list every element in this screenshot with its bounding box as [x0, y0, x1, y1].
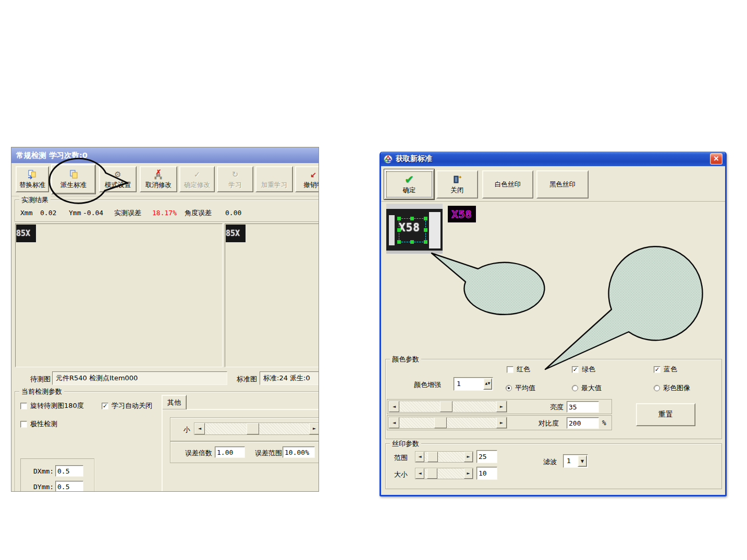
range-scrollbar[interactable]: ◄ ►	[415, 451, 473, 463]
dx-label: DXmm:	[33, 467, 54, 475]
derive-standard-button[interactable]: 派生标准	[51, 164, 96, 194]
red-checkbox[interactable]: 红色	[507, 365, 530, 374]
derive-standard-icon	[68, 169, 79, 180]
size-scrollbar-thumb[interactable]	[247, 423, 259, 434]
weighted-learn-button[interactable]: 加重学习	[255, 166, 293, 192]
cancel-cross-icon: ✗▞▚	[155, 169, 162, 180]
edge-detect-thumbnail: X58	[448, 206, 476, 222]
blue-checkbox[interactable]: 蓝色	[654, 365, 677, 374]
black-silkscreen-button[interactable]: 黑色丝印	[536, 170, 589, 198]
contrast-scrollbar[interactable]: ◄ ►	[388, 417, 507, 429]
test-image-label: 待测图	[30, 375, 51, 384]
silk-size-scrollbar-right-arrow[interactable]: ►	[464, 468, 473, 479]
green-checkbox-box	[572, 366, 579, 373]
dx-input[interactable]	[55, 465, 83, 477]
contrast-scrollbar-track[interactable]	[399, 417, 496, 428]
size-scrollbar[interactable]: ◄ ►	[194, 422, 319, 435]
range-scrollbar-right-arrow[interactable]: ►	[464, 452, 473, 462]
polarity-checkbox[interactable]: 极性检测	[20, 419, 57, 429]
silk-size-scrollbar-track[interactable]	[424, 468, 464, 479]
dialog-titlebar[interactable]: 获取新标准 ✕	[381, 152, 725, 166]
ok-button[interactable]: ✔ 确定	[384, 169, 434, 200]
standard-count-field[interactable]: 标准:24 派生:0	[260, 371, 319, 385]
white-silkscreen-button[interactable]: 白色丝印	[482, 170, 533, 198]
chip-photo[interactable]: X58	[386, 204, 443, 254]
brightness-label: 亮度	[550, 403, 564, 412]
refresh-arrow-icon: ↻	[232, 169, 239, 180]
undo-arrow-icon: ↙	[310, 169, 316, 180]
filter-label: 滤波	[543, 457, 557, 467]
color-image-radio[interactable]: 彩色图像	[654, 383, 690, 393]
contrast-scrollbar-left-arrow[interactable]: ◄	[389, 417, 399, 428]
contrast-input[interactable]	[567, 417, 599, 429]
standard-image-panel[interactable]: 85X	[225, 223, 319, 367]
selection-handle[interactable]	[410, 217, 414, 220]
brightness-scrollbar-track[interactable]	[399, 401, 496, 412]
test-image-panel[interactable]: 85X	[15, 223, 223, 367]
size-scrollbar-right-arrow[interactable]: ►	[309, 423, 319, 434]
blue-checkbox-box	[654, 366, 660, 373]
left-window-titlebar[interactable]: 常规检测 学习次数:0	[11, 147, 319, 163]
mode-settings-button[interactable]: ⚙ 模式设置	[99, 166, 137, 192]
confirm-modify-button[interactable]: ✓ 确定修改	[179, 166, 215, 192]
dy-input[interactable]	[55, 481, 83, 491]
range-scrollbar-left-arrow[interactable]: ◄	[415, 452, 424, 462]
reset-button[interactable]: 重置	[636, 403, 695, 426]
average-radio[interactable]: 平均值	[506, 383, 535, 393]
brightness-scrollbar-left-arrow[interactable]: ◄	[389, 401, 399, 412]
contrast-scrollbar-right-arrow[interactable]: ►	[496, 417, 507, 428]
average-radio-dot	[506, 385, 512, 391]
brightness-scrollbar-right-arrow[interactable]: ►	[496, 401, 507, 412]
range-input[interactable]	[476, 450, 497, 463]
range-scrollbar-thumb[interactable]	[427, 452, 438, 462]
cancel-modify-button[interactable]: ✗▞▚ 取消修改	[140, 166, 177, 192]
max-radio[interactable]: 最大值	[572, 383, 602, 393]
angle-error-value: 0.00	[225, 209, 241, 217]
angle-error-label: 角度误差	[185, 208, 212, 218]
green-checkbox[interactable]: 绿色	[572, 365, 595, 374]
color-enhance-spinner[interactable]: 1 ▲▼	[454, 377, 493, 391]
selection-handle[interactable]	[424, 240, 427, 244]
polarity-checkbox-box	[20, 421, 27, 428]
auto-close-checkbox[interactable]: 学习自动关闭	[102, 401, 152, 410]
error-mult-label: 误差倍数	[185, 449, 212, 458]
callout-balloon-small	[432, 253, 544, 315]
tab-other[interactable]: 其他	[162, 395, 187, 409]
selection-handle[interactable]	[424, 217, 427, 220]
replace-standard-button[interactable]: 替换标准	[16, 166, 49, 192]
brightness-scrollbar[interactable]: ◄ ►	[388, 401, 507, 413]
brightness-scrollbar-thumb[interactable]	[440, 401, 452, 412]
silk-size-scrollbar[interactable]: ◄ ►	[415, 468, 473, 479]
close-icon[interactable]: ✕	[710, 153, 722, 165]
silk-size-input[interactable]	[476, 467, 497, 480]
measured-error-value: 18.17%	[152, 209, 177, 217]
max-radio-dot	[572, 385, 578, 391]
test-image-name-field[interactable]: 元件R540 检测点Item000	[52, 371, 227, 385]
filter-dropdown[interactable]: 1 ▼	[563, 454, 588, 468]
range-label: 范围	[394, 453, 408, 463]
close-dialog-button[interactable]: 关闭	[436, 170, 478, 198]
brightness-input[interactable]	[567, 401, 599, 413]
selection-handle[interactable]	[424, 228, 427, 232]
contrast-scrollbar-thumb[interactable]	[434, 417, 447, 428]
color-params-legend: 颜色参数	[390, 355, 421, 364]
callout-balloon-large	[545, 246, 703, 369]
silk-size-scrollbar-left-arrow[interactable]: ◄	[415, 468, 424, 479]
size-slider-box: 小 ◄ ►	[170, 417, 319, 441]
selection-box[interactable]	[399, 218, 426, 242]
selection-handle[interactable]	[397, 240, 401, 244]
learn-button[interactable]: ↻ 学习	[217, 166, 253, 192]
filter-dropdown-arrow[interactable]: ▼	[578, 455, 587, 467]
selection-handle[interactable]	[410, 240, 414, 244]
range-scrollbar-track[interactable]	[424, 452, 464, 462]
selection-handle[interactable]	[397, 217, 401, 220]
undo-learn-button[interactable]: ↙ 撤销学	[295, 166, 319, 192]
spinner-arrows[interactable]: ▲▼	[483, 378, 492, 390]
silk-size-scrollbar-thumb[interactable]	[427, 468, 437, 479]
size-scrollbar-track[interactable]	[205, 423, 309, 434]
error-range-input[interactable]	[283, 446, 315, 458]
selection-handle[interactable]	[397, 228, 401, 232]
rotate-180-checkbox[interactable]: 旋转待测图180度	[20, 401, 84, 410]
error-mult-input[interactable]	[215, 446, 245, 458]
size-scrollbar-left-arrow[interactable]: ◄	[194, 423, 205, 434]
